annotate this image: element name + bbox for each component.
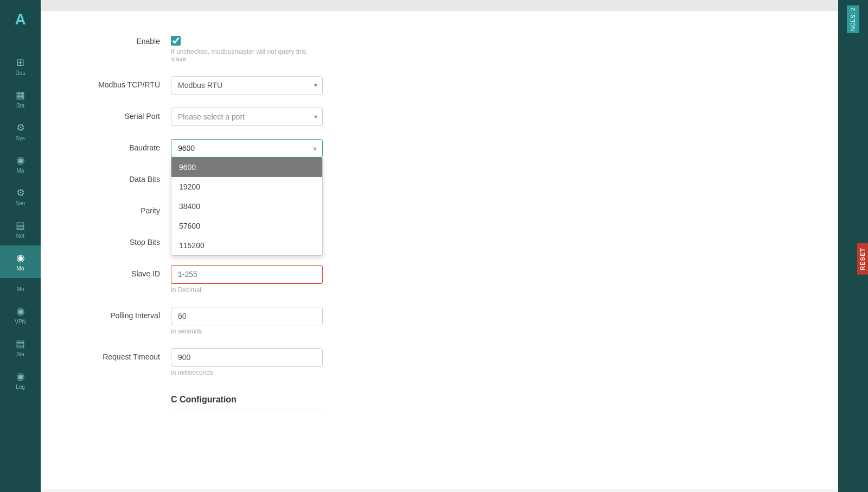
serial-port-control: Please select a port [171,108,323,126]
section-config-heading: C Configuration [171,395,323,409]
timeout-row: Request Timeout 900 in milliseconds [62,348,806,376]
sidebar-item-label: Sen [16,200,25,206]
sidebar-item-label: VPN [15,319,26,325]
sidebar: A ⊞ Das ▦ Sta ⚙ Sys ◉ Mo ⚙ Sen ▤ Net ◉ M… [0,0,41,492]
baudrate-label: Baudrate [62,139,171,152]
vpn-icon: ◉ [16,305,25,317]
sidebar-item-label: Log [16,384,25,390]
sidebar-item-modbusmaster[interactable]: ◉ Mo [0,245,41,278]
sidebar-item-label: Net [16,233,25,239]
modbusmaster-icon: ◉ [16,252,25,264]
polling-hint: in seconds [171,327,323,335]
slaveid-input[interactable] [171,265,323,284]
sidebar-item-dashboard[interactable]: ⊞ Das [0,50,41,83]
enable-label: Enable [62,33,171,46]
polling-label: Polling Interval [62,307,171,320]
sidebar-item-label: Mo [17,168,24,174]
baudrate-option-115200[interactable]: 115200 [171,236,322,255]
sidebar-item-services[interactable]: ⚙ Sen [0,180,41,213]
network-icon: ▤ [16,219,25,231]
modbus-icon: ◉ [16,154,25,166]
baudrate-option-19200[interactable]: 19200 [171,177,322,197]
sidebar-item-network[interactable]: ▤ Net [0,213,41,245]
enable-control: If unchecked, modbusmaster will not quer… [171,33,323,63]
databits-label: Data Bits [62,171,171,184]
sidebar-item-system[interactable]: ⚙ Sys [0,115,41,148]
timeout-label: Request Timeout [62,348,171,361]
section-config-row: C Configuration [62,389,806,420]
reset-button[interactable]: RESET [857,243,868,275]
sidebar-item-stats2[interactable]: ▤ Sta [0,331,41,364]
enable-checkbox-wrap [171,33,323,46]
sidebar-item-label: Sys [16,135,25,141]
timeout-control: 900 in milliseconds [171,348,323,376]
baudrate-control: 9600 ∨ 9600 19200 38400 57600 115200 [171,139,323,157]
serial-port-select[interactable]: Please select a port [171,108,323,126]
timeout-input[interactable]: 900 [171,348,323,367]
enable-checkbox[interactable] [171,36,181,46]
baudrate-dropdown: 9600 19200 38400 57600 115200 [171,157,323,256]
topbar [41,0,868,11]
logs-icon: ◉ [16,370,25,382]
baudrate-input[interactable]: 9600 [171,139,323,157]
app-logo: A [9,5,31,34]
slaveid-hint: in Decimal [171,286,323,294]
modbus-type-row: Modbus TCP/RTU Modbus RTU Modbus TCP [62,76,806,94]
timeout-hint: in milliseconds [171,369,323,376]
polling-control: 60 in seconds [171,307,323,335]
polling-row: Polling Interval 60 in seconds [62,307,806,335]
enable-row: Enable If unchecked, modbusmaster will n… [62,33,806,63]
slaveid-label: Slave ID [62,265,171,278]
changes-badge: NGES: 2 [847,5,859,33]
section-config-label [62,389,171,394]
sidebar-item-label: Mo [17,286,24,292]
form-panel: Enable If unchecked, modbusmaster will n… [41,11,838,489]
sidebar-item-stats[interactable]: ▦ Sta [0,83,41,115]
sidebar-item-logs[interactable]: ◉ Log [0,364,41,396]
section-config-wrap: C Configuration [171,389,323,420]
sidebar-item-modbussub[interactable]: Mo [0,278,41,299]
modbus-type-control: Modbus RTU Modbus TCP [171,76,323,94]
enable-hint: If unchecked, modbusmaster will not quer… [171,48,323,63]
sidebar-item-vpn[interactable]: ◉ VPN [0,299,41,331]
serial-port-label: Serial Port [62,108,171,121]
sidebar-item-label: Sta [16,351,24,357]
sidebar-item-label: Sta [16,103,24,109]
polling-input[interactable]: 60 [171,307,323,325]
services-icon: ⚙ [16,187,25,199]
baudrate-option-9600[interactable]: 9600 [171,157,322,177]
stats2-icon: ▤ [16,338,25,350]
dashboard-icon: ⊞ [16,56,24,68]
modbus-type-select[interactable]: Modbus RTU Modbus TCP [171,76,323,94]
baudrate-row: Baudrate 9600 ∨ 9600 19200 38400 57600 1… [62,139,806,157]
stopbits-label: Stop Bits [62,234,171,247]
sidebar-item-label: Das [16,70,25,76]
main-content: Enable If unchecked, modbusmaster will n… [41,11,838,492]
slaveid-control: in Decimal [171,265,323,294]
serial-port-row: Serial Port Please select a port [62,108,806,126]
system-icon: ⚙ [16,122,25,134]
right-panel: NGES: 2 RESET [838,0,868,492]
slaveid-row: Slave ID in Decimal [62,265,806,294]
modbus-type-label: Modbus TCP/RTU [62,76,171,89]
baudrate-select-wrap: 9600 ∨ 9600 19200 38400 57600 115200 [171,139,323,157]
stats-icon: ▦ [16,89,25,101]
baudrate-option-57600[interactable]: 57600 [171,216,322,236]
sidebar-item-label: Mo [17,266,24,272]
parity-label: Parity [62,202,171,215]
sidebar-item-modbus[interactable]: ◉ Mo [0,148,41,180]
baudrate-option-38400[interactable]: 38400 [171,197,322,216]
